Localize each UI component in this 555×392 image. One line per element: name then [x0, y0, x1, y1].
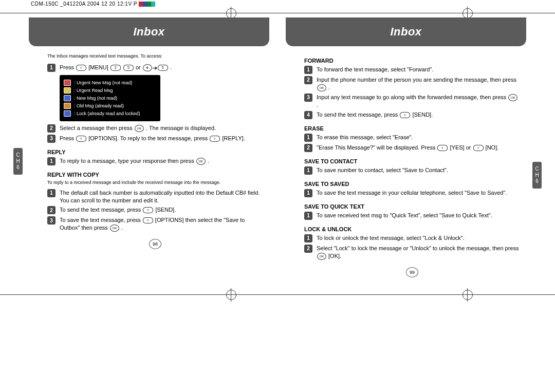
section-save-to-saved: SAVE TO SAVED [304, 181, 520, 187]
section-forward: FORWARD [304, 58, 520, 64]
key-5-icon: 5 [158, 65, 168, 71]
ok-key-icon: OK [317, 253, 326, 260]
message-status-legend: : Urgent New Msg (not read) : Urgent Rea… [60, 75, 160, 121]
chapter-tab: C H 6 [13, 148, 23, 175]
section-reply: REPLY [47, 149, 263, 155]
page-left: Inbox C H 6 The Inbox manages received t… [29, 17, 269, 277]
lock-icon [64, 110, 71, 117]
fwd-step-1: 1To forward the text message, select "Fo… [304, 66, 520, 74]
stc-step-1: 1To save number to contact, select "Save… [304, 166, 520, 175]
nav-icon: ✥ [143, 64, 152, 71]
fwd-step-2: 2Input the phone number of the person yo… [304, 76, 520, 91]
softkey-icon: ▿ [76, 65, 86, 71]
fwd-step-4: 4To send the text message, press ▿ [SEND… [304, 111, 520, 119]
softkey-icon: ▿ [473, 145, 484, 151]
registration-marks [0, 8, 555, 17]
section-save-to-quick-text: SAVE TO QUICK TEXT [304, 203, 520, 210]
ok-key-icon: OK [135, 125, 144, 132]
page-right: Inbox C H 6 FORWARD 1To forward the text… [286, 17, 526, 277]
section-erase: ERASE [304, 125, 520, 132]
softkey-icon: ▿ [143, 217, 153, 223]
chapter-tab: C H 6 [532, 162, 542, 189]
new-msg-icon [64, 95, 71, 101]
page-title: Inbox [286, 17, 526, 46]
softkey-icon: ▿ [76, 136, 86, 142]
reply-step-1: 1 To reply to a message, type your respo… [47, 157, 263, 165]
rwc-step-3: 3 To save the text message, press ▿ [OPT… [47, 216, 263, 232]
urgent-new-icon [64, 80, 71, 86]
ok-key-icon: OK [196, 158, 206, 165]
softkey-icon: ▿ [437, 145, 448, 151]
page-number: 98 [47, 239, 263, 249]
rwc-step-2: 2 To send the text message, press ▿ [SEN… [47, 206, 263, 214]
ok-key-icon: OK [317, 84, 326, 91]
page-number: 99 [304, 267, 520, 277]
section-save-to-contact: SAVE TO CONTACT [304, 158, 520, 164]
section-lock-unlock: LOCK & UNLOCK [304, 226, 520, 232]
lock-step-2: 2Select "Lock" to lock the message or "U… [304, 245, 520, 260]
erase-step-2: 2"Erase This Message?" will be displayed… [304, 144, 520, 152]
sts-step-1: 1To save the text message in your cellul… [304, 189, 520, 197]
stq-step-1: 1To save received text msg to "Quick Tex… [304, 212, 520, 220]
section-reply-with-copy: REPLY WITH COPY [47, 172, 263, 178]
rwc-step-1: 1 The default call back number is automa… [47, 189, 263, 204]
ok-key-icon: OK [508, 94, 517, 101]
intro-text: The Inbox manages received text messages… [47, 51, 263, 62]
reply-with-copy-note: To reply to a received message and inclu… [47, 180, 263, 186]
softkey-icon: ▿ [143, 207, 153, 213]
key-5-icon: 5 [123, 65, 134, 71]
step-1: 1 Press ▿ [MENU] 2 5 or ✥➔5 . [47, 64, 263, 72]
lock-step-1: 1To lock or unlock the text message, sel… [304, 234, 520, 242]
step-3: 3 Press ▿ [OPTIONS]. To reply to the tex… [47, 135, 263, 143]
key-2-icon: 2 [110, 65, 121, 71]
ok-key-icon: OK [110, 225, 119, 232]
registration-marks-bottom [0, 290, 555, 299]
erase-step-1: 1To erase this message, select "Erase". [304, 134, 520, 142]
softkey-icon: ▿ [400, 112, 410, 118]
fwd-step-3: 3Input any text message to go along with… [304, 94, 520, 109]
document-meta-strip: CDM-150C _041220A 2004 12 20 12:1V P [0, 0, 555, 8]
softkey-icon: ▿ [210, 136, 220, 142]
page-title: Inbox [29, 17, 269, 46]
urgent-read-icon [64, 87, 71, 94]
step-2: 2 Select a message then press OK . The m… [47, 124, 263, 133]
old-msg-icon [64, 103, 71, 109]
